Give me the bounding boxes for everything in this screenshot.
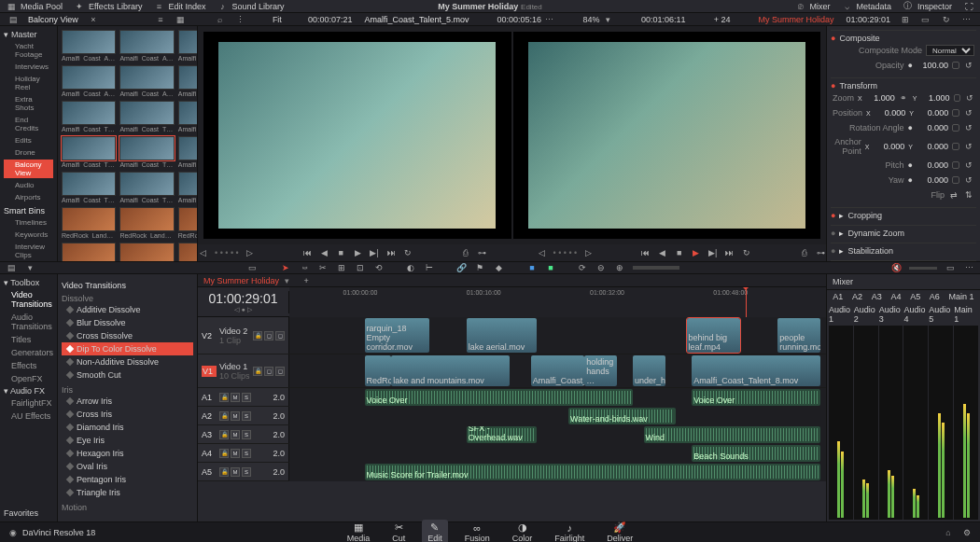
lock-icon[interactable]: 🔒	[219, 449, 229, 458]
toolbox-header[interactable]: ▾ Toolbox	[4, 278, 53, 287]
timeline-name[interactable]: My Summer Holiday	[758, 15, 833, 24]
ripple-icon[interactable]: ◐	[405, 262, 416, 273]
transition-item[interactable]: Blur Dissolve	[62, 316, 193, 329]
sort-icon[interactable]: ⋮	[235, 14, 246, 25]
reset-icon[interactable]: ↺	[963, 160, 974, 171]
bin-item[interactable]: Edits	[4, 135, 53, 146]
composite-header[interactable]: ●Composite	[831, 34, 976, 43]
volume-slider[interactable]	[909, 267, 937, 270]
transition-item[interactable]: Cross Iris	[62, 408, 193, 421]
color-blue-icon[interactable]: ■	[526, 262, 538, 273]
video-clip[interactable]: lake aerial.mov	[467, 318, 537, 353]
transition-item[interactable]: Additive Dissolve	[62, 303, 193, 316]
transition-item-selected[interactable]: Dip To Color Dissolve	[62, 342, 193, 355]
play-icon[interactable]: ▶	[691, 247, 702, 258]
selection-tool-icon[interactable]: ➤	[280, 262, 291, 273]
next-frame-icon[interactable]: ▶|	[707, 247, 719, 258]
smart-bin-item[interactable]: Timelines	[4, 217, 53, 228]
audio-clip[interactable]: Beach Sounds	[692, 445, 820, 462]
zoom-slider[interactable]	[633, 266, 679, 270]
mute-icon[interactable]: 🔇	[890, 262, 902, 273]
video-clip[interactable]: holding hands …	[584, 355, 617, 386]
page-deliver[interactable]: 🚀Deliver	[601, 520, 638, 542]
video-clip[interactable]: rarquin_18 Empty corridor.mov	[365, 318, 429, 353]
video-clip[interactable]: under_hut.mp4	[633, 355, 665, 386]
bin-item[interactable]: Holiday Reel	[4, 74, 53, 92]
reset-icon[interactable]: ↺	[963, 141, 974, 152]
video-clip[interactable]: Amalfi_Coast_Aerial_7.mov	[531, 355, 585, 386]
lock-icon[interactable]: 🔒	[219, 393, 229, 402]
prev-frame-icon[interactable]: ◀	[318, 247, 329, 258]
bin-item[interactable]: Interviews	[4, 62, 53, 72]
loop-icon[interactable]: ↻	[402, 247, 413, 258]
solo-icon[interactable]: S	[242, 411, 251, 421]
pos-x[interactable]: 0.000	[875, 108, 905, 118]
mute-icon[interactable]: M	[231, 393, 240, 402]
track-label[interactable]: A5	[202, 467, 217, 477]
page-cut[interactable]: ✂Cut	[386, 520, 411, 542]
lock-icon[interactable]: 🔒	[219, 467, 229, 477]
mark-out-icon[interactable]: ▷	[582, 247, 594, 258]
audio-clip[interactable]: Voice Over	[692, 389, 820, 406]
trim-tool-icon[interactable]: ⎃	[299, 262, 310, 273]
opacity-value[interactable]: 100.00	[917, 61, 948, 70]
gang-icon[interactable]: ⊞	[900, 14, 911, 25]
keyframe-toggle[interactable]	[954, 94, 960, 102]
smart-bin-item[interactable]: Keywords	[4, 229, 53, 240]
transition-item[interactable]: Smooth Cut	[62, 368, 193, 382]
pitch-value[interactable]: 0.000	[917, 160, 948, 170]
smart-bins-header[interactable]: Smart Bins	[4, 206, 53, 215]
page-fairlight[interactable]: ♪Fairlight	[549, 521, 590, 543]
expand-icon[interactable]: ⛶	[963, 1, 974, 12]
fx-category[interactable]: Video Transitions	[4, 289, 53, 310]
cropping-header[interactable]: ●▸ Cropping	[831, 211, 976, 220]
solo-icon[interactable]: S	[242, 430, 251, 439]
audio-clip[interactable]: Water-and-birds.wav	[568, 408, 676, 424]
zoom-y[interactable]: 1.000	[920, 93, 949, 103]
timeline-tab[interactable]: My Summer Holiday	[203, 276, 279, 285]
mark-in-icon[interactable]: ◁	[537, 247, 548, 258]
dots-icon[interactable]: ⋯	[961, 14, 973, 25]
inspector-toggle[interactable]: ⓘInspector	[903, 1, 952, 12]
metadata-toggle[interactable]: ⌵Metadata	[841, 1, 891, 12]
anchor-x[interactable]: 0.000	[873, 142, 904, 151]
page-media[interactable]: ▦Media	[342, 520, 376, 542]
motion-category[interactable]: Motion	[62, 503, 193, 512]
mark-in-icon[interactable]: ◁	[198, 247, 209, 258]
anchor-y[interactable]: 0.000	[917, 142, 948, 151]
audiofx-header[interactable]: ▾ Audio FX	[4, 386, 53, 396]
flag-icon[interactable]: ⚑	[474, 262, 485, 273]
transition-item[interactable]: Eye Iris	[62, 434, 193, 447]
video-clip[interactable]: lake and mountains.mov	[391, 355, 510, 386]
auto-select-icon[interactable]: ◻	[264, 331, 273, 340]
keyframe-toggle[interactable]	[952, 62, 959, 69]
lock-icon[interactable]: 🔒	[219, 411, 229, 421]
video-clip[interactable]: RedRock…	[365, 355, 392, 386]
effects-library-toggle[interactable]: ✦Effects Library	[74, 1, 142, 12]
home-icon[interactable]: ⌂	[943, 527, 954, 538]
mixer-strip[interactable]: Audio 1	[829, 305, 853, 520]
auto-select-icon[interactable]: ◻	[264, 367, 273, 376]
track-label[interactable]: A4	[202, 449, 217, 458]
clip-thumb[interactable]: Amalfi_Coast_T…	[178, 172, 198, 203]
insert-icon[interactable]: ⊞	[336, 262, 347, 273]
dots-icon[interactable]: ⋯	[544, 14, 555, 25]
rotation-value[interactable]: 0.000	[917, 123, 948, 132]
page-edit[interactable]: ✎Edit	[422, 520, 448, 542]
fx-category[interactable]: AU Effects	[4, 410, 53, 422]
flip-v-icon[interactable]: ⇅	[963, 189, 974, 201]
favorites-header[interactable]: Favorites	[4, 508, 53, 518]
clip-thumb[interactable]: Amalfi_Coast_T…	[119, 101, 174, 132]
fx-category[interactable]: Audio Transitions	[4, 312, 53, 332]
video-clip[interactable]: Amalfi_Coast_Talent_8.mov	[692, 355, 820, 386]
first-frame-icon[interactable]: ⏮	[301, 247, 313, 258]
source-viewer[interactable]	[203, 32, 511, 239]
audio-clip[interactable]: Voice Over	[365, 389, 634, 406]
clip-thumb[interactable]: RedRock_Talent…	[62, 243, 116, 261]
sync-icon[interactable]: ⟳	[577, 262, 588, 273]
list-view-icon[interactable]: ≡	[155, 14, 166, 25]
mute-icon[interactable]: M	[231, 411, 240, 421]
mixer-strip[interactable]: Audio 5	[929, 305, 953, 520]
transition-item[interactable]: Hexagon Iris	[62, 447, 193, 460]
marker-icon[interactable]: ◆	[493, 262, 504, 273]
